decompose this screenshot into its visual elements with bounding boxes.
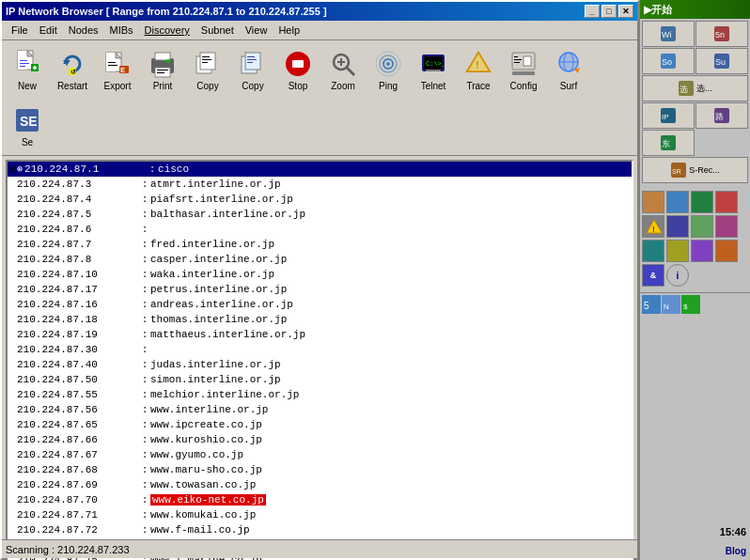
ip-list[interactable]: ⊞ ⊛ 210.224.87.1 : cisco 210.224.87.3 : …: [6, 160, 633, 560]
list-item[interactable]: 210.224.87.65 : www.ipcreate.co.jp: [8, 417, 632, 432]
separator: :: [139, 389, 150, 400]
sidebar-icon-3[interactable]: [691, 191, 713, 213]
taskbar-item-ip[interactable]: IP: [642, 102, 695, 129]
restart-button[interactable]: ↺ Restart: [51, 42, 94, 97]
menu-nodes[interactable]: Nodes: [63, 23, 104, 38]
list-item[interactable]: 210.224.87.6 :: [8, 222, 632, 237]
net-icon-1[interactable]: 5: [642, 295, 661, 314]
sidebar-icon-10[interactable]: [666, 240, 689, 262]
restart-label: Restart: [57, 81, 87, 91]
surf-button[interactable]: Surf: [547, 42, 590, 97]
ip-address: 210.224.87.6: [17, 224, 139, 235]
trace-button[interactable]: ! Trace: [457, 42, 500, 97]
list-item[interactable]: 210.224.87.71 : www.komukai.co.jp: [8, 507, 632, 522]
copy2-button[interactable]: Copy: [231, 42, 274, 97]
list-item[interactable]: 210.224.87.70 : www.eiko-net.co.jp: [8, 492, 632, 507]
list-item[interactable]: 210.224.87.3 : atmrt.interline.or.jp: [8, 177, 632, 192]
hostname: simon.interline.or.jp: [150, 374, 630, 385]
menu-file[interactable]: File: [6, 23, 34, 38]
list-item[interactable]: 210.224.87.66 : www.kuroshio.co.jp: [8, 432, 632, 447]
ip-address: 210.224.87.65: [17, 419, 139, 430]
svg-point-24: [166, 59, 170, 63]
list-item[interactable]: 210.224.87.19 : matthaeus.interline.or.j…: [8, 327, 632, 342]
ping-button[interactable]: Ping: [367, 42, 410, 97]
export-button[interactable]: E Export: [96, 42, 139, 97]
sidebar-icon-11[interactable]: [691, 240, 713, 262]
net-icon-3[interactable]: $: [681, 295, 700, 314]
taskbar-item-1[interactable]: 5n: [695, 21, 748, 47]
close-button[interactable]: ✕: [618, 5, 633, 18]
svg-line-38: [347, 68, 354, 75]
sidebar-icon-14[interactable]: i: [666, 264, 689, 287]
menu-view[interactable]: View: [240, 23, 273, 38]
list-item[interactable]: 210.224.87.40 : judas.interline.or.jp: [8, 357, 632, 372]
ip-address: 210.224.87.30: [17, 344, 139, 355]
ip-address: 210.224.87.67: [17, 449, 139, 460]
list-item[interactable]: ⊞ ⊛ 210.224.87.1 : cisco: [8, 162, 632, 177]
taskbar-item-4[interactable]: 选 选...: [642, 75, 748, 101]
sidebar-icon-6[interactable]: [666, 215, 689, 238]
minimize-button[interactable]: _: [585, 5, 600, 18]
taskbar-item-srec[interactable]: SR S-Rec...: [642, 157, 748, 183]
list-item[interactable]: 210.224.87.17 : petrus.interline.or.jp: [8, 282, 632, 297]
list-item[interactable]: 210.224.87.7 : fred.interline.or.jp: [8, 237, 632, 252]
hostname: balthasar.interline.or.jp: [150, 209, 630, 220]
menu-help[interactable]: Help: [273, 23, 305, 38]
start-label: ▶: [644, 4, 651, 16]
taskbar-item-road[interactable]: 路: [695, 102, 748, 129]
taskbar-item-east[interactable]: 东: [642, 130, 695, 156]
list-item[interactable]: 210.224.87.67 : www.gyumo.co.jp: [8, 447, 632, 462]
list-item[interactable]: 210.224.87.55 : melchior.interline.or.jp: [8, 387, 632, 402]
sidebar-icon-7[interactable]: [691, 215, 713, 238]
list-item[interactable]: 210.224.87.50 : simon.interline.or.jp: [8, 372, 632, 387]
config-button[interactable]: Config: [502, 42, 545, 97]
sidebar-icon-13[interactable]: &: [642, 264, 664, 287]
stop-button[interactable]: Stop: [276, 42, 320, 97]
ip-address: 210.224.87.16: [17, 299, 139, 310]
maximize-button[interactable]: □: [602, 5, 617, 18]
start-button[interactable]: ▶ 开始: [640, 0, 750, 19]
list-item[interactable]: 210.224.87.30 :: [8, 342, 632, 357]
sidebar-icon-9[interactable]: [642, 240, 664, 262]
menu-discovery[interactable]: Discovery: [139, 23, 195, 38]
zoom-button[interactable]: Zoom: [321, 42, 365, 97]
sidebar-icon-5[interactable]: !: [642, 215, 664, 238]
svg-text:路: 路: [715, 112, 724, 121]
blog-label[interactable]: Blog: [726, 546, 746, 556]
separator: :: [139, 329, 150, 340]
menu-edit[interactable]: Edit: [34, 23, 63, 38]
list-item[interactable]: 210.224.87.8 : casper.interline.or.jp: [8, 252, 632, 267]
net-icon-2[interactable]: N: [662, 295, 680, 314]
list-item[interactable]: 210.224.87.69 : www.towasan.co.jp: [8, 477, 632, 492]
menu-mibs[interactable]: MIBs: [104, 23, 139, 38]
sidebar-icon-12[interactable]: [715, 240, 738, 262]
list-item[interactable]: 210.224.87.18 : thomas.interline.or.jp: [8, 312, 632, 327]
sidebar-icon-8[interactable]: [715, 215, 738, 238]
sidebar-icon-1[interactable]: [642, 191, 664, 213]
copy1-button[interactable]: Copy: [186, 42, 229, 97]
new-button[interactable]: New: [6, 42, 49, 97]
hostname: www.komukai.co.jp: [150, 509, 630, 521]
restart-icon: ↺: [57, 49, 87, 79]
taskbar-item-0[interactable]: Wi: [642, 21, 695, 47]
list-item[interactable]: 210.224.87.72 : www.f-mail.co.jp: [8, 522, 632, 537]
sidebar-icon-row4: & i: [642, 264, 748, 287]
taskbar-item-2[interactable]: So: [642, 48, 695, 74]
sidebar-icon-4[interactable]: [715, 191, 738, 213]
ip-address: 210.224.87.17: [17, 284, 139, 295]
menu-subnet[interactable]: Subnet: [195, 23, 240, 38]
list-item[interactable]: 210.224.87.4 : piafsrt.interline.or.jp: [8, 192, 632, 207]
telnet-button[interactable]: C:\>_ Telnet: [412, 42, 455, 97]
list-item[interactable]: 210.224.87.16 : andreas.interline.or.jp: [8, 297, 632, 312]
sidebar-icon-2[interactable]: [666, 191, 689, 213]
list-item[interactable]: 210.224.87.5 : balthasar.interline.or.jp: [8, 207, 632, 222]
se-button[interactable]: SE Se: [6, 99, 49, 153]
print-button[interactable]: Print: [141, 42, 184, 97]
svg-rect-53: [514, 56, 518, 57]
time-text: 15:46: [720, 526, 746, 537]
hostname: www.f-mail.co.jp: [150, 524, 630, 536]
list-item[interactable]: 210.224.87.10 : waka.interline.or.jp: [8, 267, 632, 282]
list-item[interactable]: 210.224.87.68 : www.maru-sho.co.jp: [8, 462, 632, 477]
list-item[interactable]: 210.224.87.56 : www.interline.or.jp: [8, 402, 632, 417]
taskbar-item-3[interactable]: Su: [695, 48, 748, 74]
